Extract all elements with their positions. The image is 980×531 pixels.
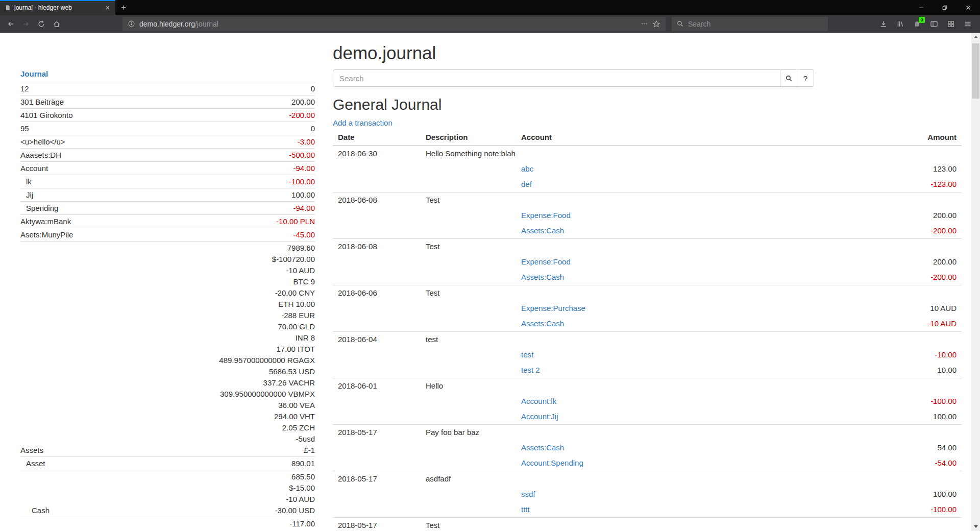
library-icon[interactable] — [893, 17, 908, 31]
posting-account-link[interactable]: abc — [521, 161, 844, 177]
posting-account-link[interactable]: Account:lk — [521, 394, 844, 409]
posting-account-link[interactable]: Account:Jij — [521, 409, 844, 424]
restore-button[interactable] — [933, 0, 957, 15]
sidebar-account-row: Account-94.00 — [20, 161, 315, 175]
sidebar-account-link[interactable]: lk — [20, 176, 32, 187]
sidebar-account-balance: -10.00 PLN — [276, 216, 315, 227]
transaction: 2018-05-17asdfadfssdf100.00tttt-100.00 — [333, 471, 962, 517]
transaction-title-row: 2018-05-17Test — [333, 518, 962, 531]
back-icon[interactable] — [3, 17, 18, 31]
navigation-toolbar: demo.hledger.org/journal Search 0 — [0, 15, 980, 33]
posting-account-link[interactable]: ssdf — [521, 487, 844, 502]
browser-search-placeholder: Search — [688, 20, 710, 28]
add-transaction-link[interactable]: Add a transaction — [333, 118, 393, 128]
posting-account-link[interactable]: Assets:Cash — [521, 223, 844, 238]
bookmark-star-icon[interactable] — [652, 20, 660, 28]
posting-account-link[interactable]: test 2 — [521, 363, 844, 378]
url-bar[interactable]: demo.hledger.org/journal — [122, 17, 666, 31]
posting-account-link[interactable]: Account:Spending — [521, 455, 844, 471]
header-date: Date — [338, 131, 426, 145]
transaction-description: Hello — [426, 378, 957, 394]
sidebar-account-link[interactable]: Assets — [20, 445, 43, 456]
home-icon[interactable] — [49, 17, 64, 31]
transaction-description: Test — [426, 239, 957, 254]
sidebar-account-balance: -100.00 — [289, 176, 315, 187]
url-text: demo.hledger.org/journal — [139, 20, 636, 28]
sidebar-account-link[interactable]: Asset — [20, 458, 45, 469]
scroll-up-icon[interactable] — [971, 33, 980, 41]
posting-row: Assets:Cash-200.00 — [333, 270, 962, 285]
posting-account-link[interactable]: Assets:Cash — [521, 440, 844, 455]
posting-row: Expense:Food200.00 — [333, 254, 962, 270]
tab-close-icon[interactable] — [105, 5, 111, 11]
sidebar-account-link[interactable]: 4101 Girokonto — [20, 110, 73, 121]
url-host: demo.hledger.org — [139, 20, 195, 28]
posting-amount: 10.00 — [844, 363, 957, 378]
journal-link[interactable]: Journal — [20, 69, 48, 78]
sidebar-account-link[interactable]: Aaasets:DH — [20, 150, 61, 161]
posting-row: Assets:Cash54.00 — [333, 440, 962, 455]
account-balance-amount: -10 AUD — [219, 265, 315, 276]
browser-search-field[interactable]: Search — [672, 17, 828, 31]
new-tab-button[interactable]: + — [115, 0, 132, 15]
posting-row: Account:Jij100.00 — [333, 409, 962, 424]
sidebar-account-row: Assets7989.60$-100720.00-10 AUDBTC 9-20.… — [20, 241, 315, 456]
posting-account-link[interactable]: def — [521, 177, 844, 192]
sidebar-account-balance: -3.00 — [298, 136, 315, 148]
reload-icon[interactable] — [34, 17, 49, 31]
sidebar-account-link[interactable]: 12 — [20, 83, 29, 94]
sidebar-account-link[interactable]: 95 — [20, 123, 29, 134]
account-balance-amount: -30.00 USD — [275, 505, 315, 516]
account-balance-amount: £-1 — [219, 445, 315, 456]
sidebar-account-link[interactable]: Aktywa:mBank — [20, 216, 71, 227]
sidebar-account-row: Jij100.00 — [20, 188, 315, 201]
posting-row: test-10.00 — [333, 347, 962, 363]
search-help-button[interactable]: ? — [797, 69, 814, 87]
scrollbar-thumb[interactable] — [972, 43, 979, 99]
journal-search-input[interactable] — [333, 69, 780, 87]
minimize-button[interactable] — [910, 0, 933, 15]
browser-tab[interactable]: journal - hledger-web — [0, 0, 115, 15]
posting-account-link[interactable]: Assets:Cash — [521, 316, 844, 331]
posting-account-link[interactable]: tttt — [521, 502, 844, 517]
transaction-title-row: 2018-05-17Pay foo bar baz — [333, 425, 962, 440]
transaction-description: asdfadf — [426, 471, 957, 487]
scroll-down-icon[interactable] — [971, 522, 980, 531]
sidebar-heading: Journal — [20, 68, 315, 82]
titlebar: journal - hledger-web + — [0, 0, 980, 15]
transaction: 2018-06-08TestExpense:Food200.00Assets:C… — [333, 192, 962, 238]
page-actions-icon[interactable] — [641, 20, 648, 28]
close-button[interactable] — [957, 0, 980, 15]
transaction-description: Hello Something note:blah — [426, 146, 957, 161]
grid-icon[interactable] — [943, 17, 958, 31]
sidebars-icon[interactable] — [926, 17, 941, 31]
downloads-icon[interactable] — [876, 17, 891, 31]
site-info-icon[interactable] — [128, 20, 135, 28]
sidebar-account-link[interactable]: Jij — [20, 189, 33, 201]
extension-icon[interactable]: 0 — [910, 17, 924, 31]
account-balance-amount: 309.950000000000 VBMPX — [219, 389, 315, 400]
sidebar-account-link[interactable]: 301 Beiträge — [20, 96, 64, 108]
posting-amount: 54.00 — [844, 440, 957, 455]
posting-account-link[interactable]: Expense:Food — [521, 208, 844, 223]
page-scrollbar[interactable] — [971, 33, 980, 531]
posting-account-link[interactable]: Assets:Cash — [521, 270, 844, 285]
sidebar-account-link[interactable]: Account — [20, 163, 48, 174]
sidebar-account-link[interactable]: Asets:MunyPile — [20, 229, 73, 240]
sidebar-account-link[interactable]: Spending — [20, 203, 58, 214]
posting-account-link[interactable]: test — [521, 347, 844, 363]
sidebar-account-link[interactable]: Cash — [20, 505, 50, 516]
posting-account-link[interactable]: Expense:Food — [521, 254, 844, 270]
sidebar-account-link[interactable]: <u>hello</u> — [20, 136, 65, 148]
menu-hamburger-icon[interactable] — [960, 17, 975, 31]
journal-search-button[interactable] — [780, 69, 797, 87]
posting-account-link[interactable]: Expense:Purchase — [521, 301, 844, 316]
transaction-date: 2018-06-04 — [338, 332, 426, 347]
account-balance-amount: 337.26 VACHR — [219, 377, 315, 389]
main-panel: demo.journal ? General Journal Add a tra… — [322, 33, 966, 531]
sidebar-account-balance: -94.00 — [293, 203, 315, 214]
forward-icon[interactable] — [18, 17, 34, 31]
account-balance-amount: -5usd — [219, 433, 315, 445]
posting-amount: 200.00 — [844, 254, 957, 270]
account-balance-amount: -10 AUD — [275, 494, 315, 505]
